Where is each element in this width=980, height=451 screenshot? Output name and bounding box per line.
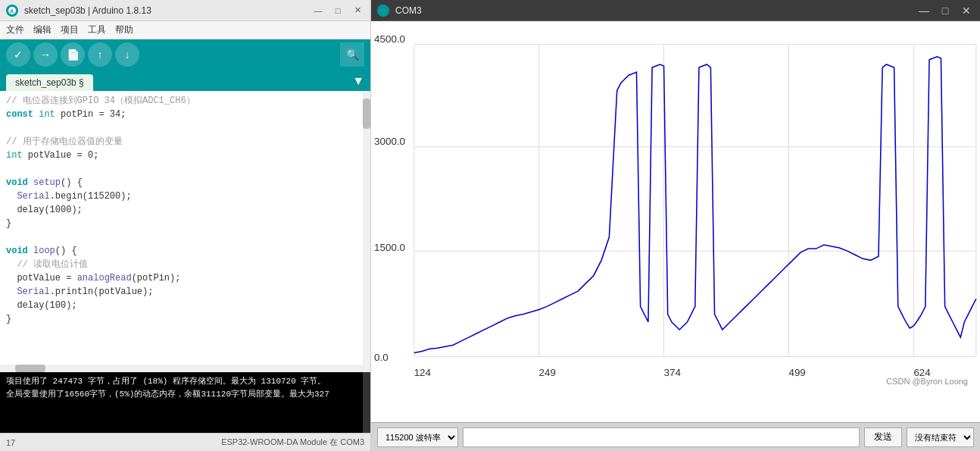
horizontal-scrollbar[interactable] xyxy=(0,365,370,372)
code-line-3 xyxy=(6,121,364,135)
code-line-4: // 用于存储电位器值的变量 xyxy=(6,135,364,149)
y-label-3000: 3000.0 xyxy=(374,136,405,147)
code-line-2: const int potPin = 34; xyxy=(6,108,364,121)
chart-canvas: 4500.0 3000.0 1500.0 0.0 124 249 374 499… xyxy=(371,21,980,422)
code-line-12: void loop() { xyxy=(6,244,364,258)
y-label-1500: 1500.0 xyxy=(374,242,405,253)
y-label-max: 4500.0 xyxy=(374,34,405,45)
menu-tools[interactable]: 工具 xyxy=(88,23,106,36)
verify-button[interactable]: ✓ xyxy=(6,42,30,67)
output-line-2: 全局变量使用了16560字节，(5%)的动态内存，余额311120字节局部变量。… xyxy=(6,388,364,399)
code-line-17: } xyxy=(6,312,364,326)
code-line-10: } xyxy=(6,217,364,230)
baud-rate-select[interactable]: 115200 波特率 xyxy=(377,428,458,447)
save-button[interactable]: ↓ xyxy=(115,42,139,67)
minimize-button[interactable]: — xyxy=(311,4,325,17)
code-line-13: // 读取电位计值 xyxy=(6,258,364,271)
serial-icon xyxy=(377,5,389,17)
code-line-16: delay(100); xyxy=(6,299,364,312)
x-label-249: 249 xyxy=(539,367,556,378)
send-button[interactable]: 发送 xyxy=(864,428,902,447)
code-scrollbar-vertical[interactable] xyxy=(363,91,370,365)
code-line-8: Serial.begin(115200); xyxy=(6,189,364,203)
code-line-7: void setup() { xyxy=(6,176,364,189)
new-button[interactable]: 📄 xyxy=(61,42,85,67)
scrollbar-thumb[interactable] xyxy=(363,99,370,129)
output-scrollbar[interactable] xyxy=(363,372,370,433)
menu-project[interactable]: 项目 xyxy=(61,23,79,36)
code-line-15: Serial.println(potValue); xyxy=(6,285,364,299)
code-line-6 xyxy=(6,162,364,176)
x-label-499: 499 xyxy=(788,367,805,378)
arduino-ide-panel: A sketch_sep03b | Arduino 1.8.13 — □ ✕ 文… xyxy=(0,0,371,451)
arduino-toolbar: ✓ → 📄 ↑ ↓ 🔍 xyxy=(0,39,370,70)
serial-window-title: COM3 xyxy=(395,5,910,16)
y-label-0: 0.0 xyxy=(374,352,389,363)
search-button[interactable]: 🔍 xyxy=(340,42,364,67)
serial-close-button[interactable]: ✕ xyxy=(959,5,974,17)
status-bar: 17 ESP32-WROOM-DA Module 在 COM3 xyxy=(0,433,370,451)
x-label-374: 374 xyxy=(664,367,681,378)
serial-message-input[interactable] xyxy=(463,428,860,447)
serial-plotter-chart: 4500.0 3000.0 1500.0 0.0 124 249 374 499… xyxy=(371,21,980,422)
arduino-logo-icon: A xyxy=(6,5,18,17)
upload-button[interactable]: → xyxy=(33,42,58,67)
horizontal-scrollbar-thumb[interactable] xyxy=(15,365,45,372)
code-editor: // 电位器连接到GPIO 34（模拟ADC1_CH6） const int p… xyxy=(0,91,370,365)
line-ending-select[interactable]: 没有结束符 xyxy=(907,428,974,447)
x-label-124: 124 xyxy=(414,367,431,378)
menu-edit[interactable]: 编辑 xyxy=(33,23,51,36)
serial-minimize-button[interactable]: — xyxy=(916,5,932,17)
code-content-area[interactable]: // 电位器连接到GPIO 34（模拟ADC1_CH6） const int p… xyxy=(0,91,370,365)
output-panel: 项目使用了 247473 字节，占用了 (18%) 程序存储空间。最大为 131… xyxy=(0,372,370,433)
svg-rect-2 xyxy=(371,21,980,422)
menu-help[interactable]: 帮助 xyxy=(115,23,133,36)
code-line-14: potValue = analogRead(potPin); xyxy=(6,271,364,285)
open-button[interactable]: ↑ xyxy=(88,42,112,67)
maximize-button[interactable]: □ xyxy=(331,4,345,17)
board-info: ESP32-WROOM-DA Module 在 COM3 xyxy=(221,437,364,448)
serial-monitor-panel: COM3 — □ ✕ 4500.0 3000.0 1500.0 0.0 124 xyxy=(371,0,980,451)
line-number: 17 xyxy=(6,438,15,447)
arduino-menu-bar: 文件 编辑 项目 工具 帮助 xyxy=(0,21,370,39)
close-button[interactable]: ✕ xyxy=(351,4,364,17)
output-line-1: 项目使用了 247473 字节，占用了 (18%) 程序存储空间。最大为 131… xyxy=(6,375,364,387)
code-line-9: delay(1000); xyxy=(6,203,364,217)
serial-title-bar: COM3 — □ ✕ xyxy=(371,0,980,21)
serial-bottom-bar: 115200 波特率 发送 没有结束符 xyxy=(371,422,980,451)
menu-file[interactable]: 文件 xyxy=(6,23,24,36)
arduino-title-bar: A sketch_sep03b | Arduino 1.8.13 — □ ✕ xyxy=(0,0,370,21)
editor-tab[interactable]: sketch_sep03b § xyxy=(6,74,93,91)
watermark: CSDN @Byron Loong xyxy=(886,377,968,386)
serial-chart-area: 4500.0 3000.0 1500.0 0.0 124 249 374 499… xyxy=(371,21,980,422)
tab-expand-icon[interactable]: ▼ xyxy=(352,74,364,91)
code-line-11 xyxy=(6,230,364,244)
svg-text:A: A xyxy=(10,8,14,14)
serial-maximize-button[interactable]: □ xyxy=(938,5,953,17)
code-line-1: // 电位器连接到GPIO 34（模拟ADC1_CH6） xyxy=(6,94,364,108)
code-line-5: int potValue = 0; xyxy=(6,149,364,162)
arduino-window-title: sketch_sep03b | Arduino 1.8.13 xyxy=(24,5,305,16)
tab-bar: sketch_sep03b § ▼ xyxy=(0,70,370,91)
